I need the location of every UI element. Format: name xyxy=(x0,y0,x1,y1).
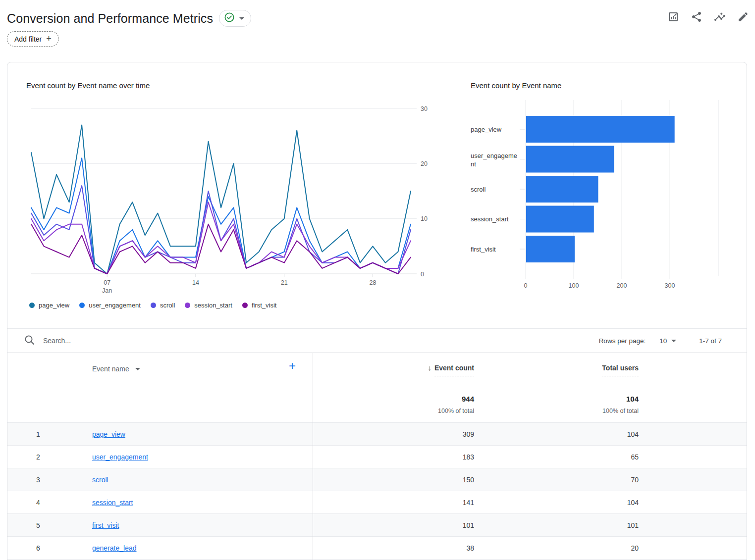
rows-per-page-label: Rows per page: xyxy=(599,337,646,345)
data-table: Event name + ↓ Event count Total users 9… xyxy=(7,353,747,560)
add-filter-label: Add filter xyxy=(14,35,42,43)
total-users-total: 104 xyxy=(626,395,639,403)
category-label: session_start xyxy=(471,215,509,223)
event-count-value: 309 xyxy=(463,430,474,438)
column-header-event-name[interactable]: Event name xyxy=(92,365,140,373)
table-row: 6generate_lead3820 xyxy=(7,536,747,559)
event-name-link-generate_lead[interactable]: generate_lead xyxy=(92,544,137,552)
total-users-header-label: Total users xyxy=(602,364,639,376)
column-header-total-users[interactable]: Total users xyxy=(602,364,639,376)
legend-dot-icon xyxy=(185,303,190,308)
event-name-link-first_visit[interactable]: first_visit xyxy=(92,521,119,529)
insights-icon[interactable] xyxy=(714,11,726,23)
bar-chart: 0100200300page_viewuser_engagementscroll… xyxy=(471,100,748,300)
total-users-value: 65 xyxy=(631,453,639,461)
line-chart: 010203007142128Jan xyxy=(26,100,442,300)
total-users-value: 101 xyxy=(627,521,639,529)
page-title: Conversion and Performance Metrics xyxy=(7,11,213,26)
legend-dot-icon xyxy=(79,303,85,308)
table-row: 4session_start141104 xyxy=(7,491,747,513)
row-index: 1 xyxy=(36,430,48,438)
event-count-value: 101 xyxy=(463,521,474,529)
x-axis-tick-label: 100 xyxy=(569,282,579,289)
category-label: first_visit xyxy=(471,246,496,253)
y-axis-tick-label: 0 xyxy=(421,271,424,278)
legend-label: scroll xyxy=(160,302,175,309)
series-line-first_visit xyxy=(31,224,411,274)
check-circle-icon xyxy=(224,12,235,25)
total-users-value: 70 xyxy=(631,476,639,484)
chart-legend: page_viewuser_engagementscrollsession_st… xyxy=(29,302,276,309)
event-name-link-page_view[interactable]: page_view xyxy=(92,430,125,438)
legend-dot-icon xyxy=(29,303,35,308)
add-filter-button[interactable]: Add filter + xyxy=(7,31,59,47)
column-header-event-count[interactable]: ↓ Event count xyxy=(428,364,474,376)
report-status-dropdown[interactable] xyxy=(219,10,251,27)
table-controls-row: Rows per page: 10 1-7 of 7 xyxy=(7,328,747,353)
category-label: page_view xyxy=(471,126,502,133)
total-users-value: 104 xyxy=(627,430,639,438)
legend-dot-icon xyxy=(151,303,156,308)
add-column-button[interactable]: + xyxy=(289,360,296,372)
event-name-header-label: Event name xyxy=(92,365,129,373)
bar-chart-title: Event count by Event name xyxy=(471,81,561,90)
plus-icon: + xyxy=(46,34,52,43)
legend-item-session_start[interactable]: session_start xyxy=(185,302,232,309)
chevron-down-icon xyxy=(239,17,244,20)
table-row: 3scroll15070 xyxy=(7,468,747,491)
event-count-header-label: Event count xyxy=(434,364,474,376)
bar-scroll xyxy=(526,176,598,203)
legend-label: page_view xyxy=(39,302,69,309)
category-label: user_engagement xyxy=(471,152,517,168)
event-count-value: 183 xyxy=(463,453,474,461)
legend-item-page_view[interactable]: page_view xyxy=(29,302,69,309)
legend-item-first_visit[interactable]: first_visit xyxy=(242,302,277,309)
event-name-link-session_start[interactable]: session_start xyxy=(92,499,133,507)
search-icon xyxy=(24,335,35,347)
legend-item-scroll[interactable]: scroll xyxy=(151,302,175,309)
table-row: 1page_view309104 xyxy=(7,422,747,445)
category-label: scroll xyxy=(471,186,485,193)
event-name-link-scroll[interactable]: scroll xyxy=(92,476,108,484)
pagination-status: 1-7 of 7 xyxy=(699,337,722,345)
legend-label: first_visit xyxy=(252,302,277,309)
row-index: 4 xyxy=(36,499,48,507)
bar-session_start xyxy=(526,206,594,233)
x-axis-tick-label: 0 xyxy=(524,282,528,289)
event-count-total-pct: 100% of total xyxy=(438,407,474,414)
event-count-value: 141 xyxy=(463,499,474,507)
row-index: 2 xyxy=(36,453,48,461)
rows-per-page-value: 10 xyxy=(659,337,667,345)
y-axis-tick-label: 20 xyxy=(421,160,428,167)
table-header: Event name + ↓ Event count Total users 9… xyxy=(7,353,747,422)
total-users-value: 104 xyxy=(627,499,639,507)
table-row: 5first_visit101101 xyxy=(7,513,747,536)
legend-label: session_start xyxy=(194,302,232,309)
customize-report-icon[interactable] xyxy=(667,11,679,23)
table-row: 2user_engagement18365 xyxy=(7,445,747,468)
share-icon[interactable] xyxy=(691,11,702,23)
column-divider xyxy=(313,353,313,560)
series-line-user_engagement xyxy=(31,158,411,274)
legend-dot-icon xyxy=(242,303,248,308)
y-axis-tick-label: 10 xyxy=(421,215,428,222)
chevron-down-icon xyxy=(671,340,676,342)
x-axis-tick-label: 300 xyxy=(665,282,675,289)
event-name-link-user_engagement[interactable]: user_engagement xyxy=(92,453,148,461)
table-body: 1page_view3091042user_engagement183653sc… xyxy=(7,422,747,559)
sort-descending-icon: ↓ xyxy=(428,363,431,372)
legend-item-user_engagement[interactable]: user_engagement xyxy=(79,302,141,309)
y-axis-tick-label: 30 xyxy=(421,105,428,112)
x-axis-tick-label: 200 xyxy=(617,282,627,289)
rows-per-page-select[interactable]: 10 xyxy=(659,337,676,345)
x-axis-month-label: Jan xyxy=(102,287,112,294)
legend-label: user_engagement xyxy=(89,302,141,309)
x-axis-tick-label: 14 xyxy=(192,279,199,286)
search-input[interactable] xyxy=(43,337,251,345)
event-count-total: 944 xyxy=(462,395,474,403)
row-index: 6 xyxy=(36,544,48,552)
bar-first_visit xyxy=(526,236,575,262)
edit-icon[interactable] xyxy=(737,11,749,23)
chevron-down-icon xyxy=(135,368,140,370)
x-axis-tick-label: 21 xyxy=(281,279,288,286)
